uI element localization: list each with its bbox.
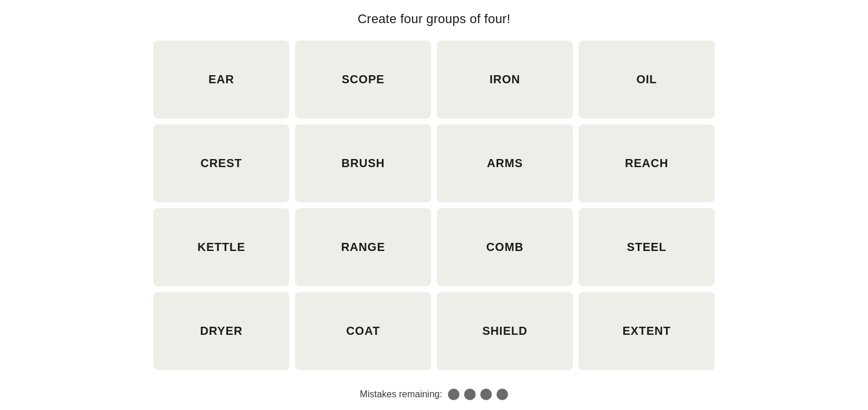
word-tile-label: RANGE [341,241,385,254]
word-tile-label: SCOPE [341,73,384,86]
word-tile[interactable]: DRYER [153,292,289,370]
word-tile[interactable]: IRON [437,40,573,119]
word-tile[interactable]: EXTENT [579,292,715,370]
word-tile-label: COAT [346,324,380,338]
word-tile-label: KETTLE [197,241,245,254]
word-tile-label: EAR [208,73,234,86]
word-tile[interactable]: SCOPE [295,40,431,119]
word-tile-label: BRUSH [341,157,385,170]
mistakes-label: Mistakes remaining: [360,389,442,400]
word-tile[interactable]: SHIELD [437,292,573,370]
word-tile[interactable]: KETTLE [153,208,289,286]
word-tile-label: IRON [490,73,520,86]
word-tile[interactable]: COMB [437,208,573,286]
word-tile[interactable]: RANGE [295,208,431,286]
mistake-dot [480,389,492,400]
word-tile-label: SHIELD [482,324,527,338]
mistake-dot [464,389,476,400]
word-tile-label: DRYER [200,324,242,338]
word-tile-label: OIL [637,73,657,86]
word-tile-label: STEEL [627,241,666,254]
mistake-dot [496,389,508,400]
page-heading: Create four groups of four! [358,12,510,27]
word-tile-label: EXTENT [623,324,671,338]
word-tile-label: CREST [201,157,242,170]
word-tile[interactable]: REACH [579,124,715,202]
word-tile-label: REACH [625,157,668,170]
word-tile[interactable]: OIL [579,40,715,119]
word-tile[interactable]: STEEL [579,208,715,286]
word-tile[interactable]: BRUSH [295,124,431,202]
word-tile[interactable]: COAT [295,292,431,370]
mistake-dot [448,389,459,400]
mistakes-row: Mistakes remaining: [360,389,508,400]
word-tile[interactable]: ARMS [437,124,573,202]
word-grid: EARSCOPEIRONOILCRESTBRUSHARMSREACHKETTLE… [153,40,715,370]
word-tile-label: COMB [486,241,523,254]
word-tile[interactable]: CREST [153,124,289,202]
page-wrapper: Create four groups of four! EARSCOPEIRON… [0,0,868,410]
mistakes-dots [448,389,508,400]
word-tile-label: ARMS [487,157,523,170]
word-tile[interactable]: EAR [153,40,289,119]
